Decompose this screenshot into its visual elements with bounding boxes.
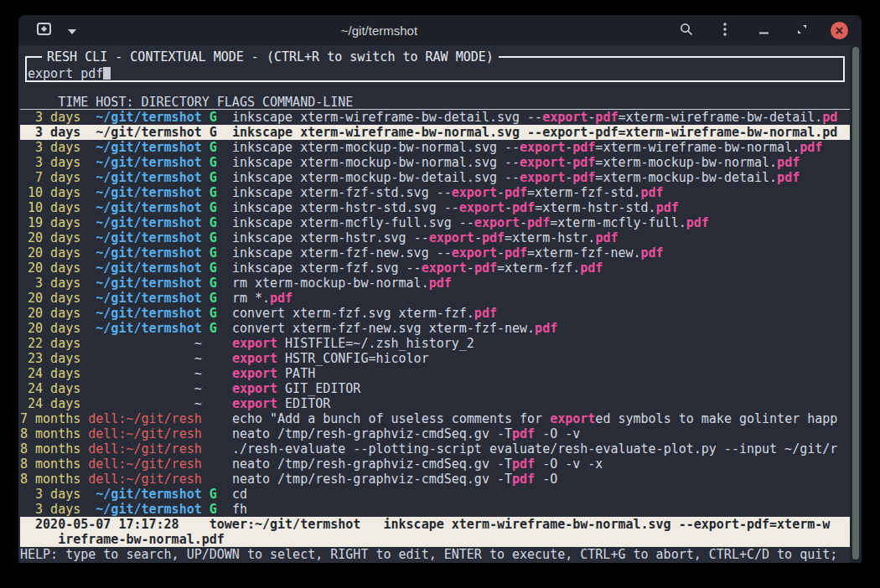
row-time: 22 days: [20, 336, 88, 351]
row-command-match: pdf: [505, 245, 527, 260]
row-time: 3 days: [20, 487, 88, 502]
row-directory: ~/git/termshot: [88, 321, 201, 336]
row-time: 23 days: [20, 351, 88, 366]
row-command-match: export: [232, 381, 277, 396]
row-flags: [202, 426, 232, 441]
row-directory: ~/git/termshot: [88, 230, 201, 245]
table-row[interactable]: 8 months dell:~/git/resh neato /tmp/resh…: [20, 456, 850, 472]
table-row[interactable]: 24 days ~ export PATH: [20, 366, 850, 381]
row-flags: G: [202, 502, 232, 517]
table-row[interactable]: 3 days ~/git/termshot G inkscape xterm-m…: [20, 140, 850, 155]
tab-list-dropdown-button[interactable]: [62, 20, 82, 40]
row-flags: [202, 366, 232, 381]
row-command-text: =xterm-fzf.: [497, 260, 580, 276]
row-command-text: -: [565, 170, 572, 185]
table-row[interactable]: 20 days ~/git/termshot G rm *.pdf: [20, 291, 850, 306]
table-row[interactable]: 3 days ~/git/termshot G fh: [20, 502, 850, 517]
row-command-match: pdf: [474, 306, 497, 321]
row-command-match: export: [474, 215, 520, 230]
row-flags: G: [202, 321, 232, 336]
row-command-text: =xterm-fzf-new.: [527, 245, 640, 260]
table-row[interactable]: 19 days ~/git/termshot G inkscape xterm-…: [20, 215, 850, 230]
row-command-text: inkscape xterm-mockup-bw-normal.svg --: [232, 140, 520, 155]
row-command-text: neato /tmp/resh-graphviz-cmdSeq.gv -T: [232, 472, 512, 487]
table-row[interactable]: 3 days ~/git/termshot G inkscape xterm-m…: [20, 155, 850, 170]
table-row[interactable]: 3 days ~/git/termshot G inkscape xterm-w…: [20, 125, 850, 140]
row-flags: [202, 411, 232, 426]
row-command-match: pdf: [641, 245, 664, 260]
table-row[interactable]: 10 days ~/git/termshot G inkscape xterm-…: [20, 200, 850, 215]
minimize-icon: [759, 24, 769, 37]
table-row[interactable]: 20 days ~/git/termshot G inkscape xterm-…: [20, 245, 850, 260]
resh-box-title: RESH CLI - CONTEXTUAL MODE - (CTRL+R to …: [42, 49, 499, 64]
row-command-text: ./resh-evaluate --plotting-script evalua…: [232, 441, 837, 456]
window-title: ~/git/termshot: [82, 23, 676, 38]
table-row[interactable]: 3 days ~/git/termshot G inkscape xterm-w…: [20, 110, 850, 125]
row-command-text: =xterm-wireframe-bw-detail.: [618, 110, 822, 125]
minimize-button[interactable]: [753, 20, 774, 40]
table-row[interactable]: 10 days ~/git/termshot G inkscape xterm-…: [20, 185, 850, 200]
row-time: 8 months: [20, 456, 88, 472]
new-tab-button[interactable]: [34, 20, 54, 40]
table-row[interactable]: 24 days ~ export EDITOR: [20, 396, 850, 411]
table-row[interactable]: 3 days ~/git/termshot G cd: [20, 487, 850, 502]
table-row[interactable]: 8 months dell:~/git/resh ./resh-evaluate…: [20, 441, 850, 456]
row-command-text: neato /tmp/resh-graphviz-cmdSeq.gv -T: [232, 426, 512, 441]
search-input[interactable]: export pdf: [28, 65, 111, 80]
table-row[interactable]: 8 months dell:~/git/resh neato /tmp/resh…: [20, 472, 850, 487]
row-command-text: echo "Add a bunch of useless comments fo…: [232, 411, 550, 426]
row-command-match: export: [232, 396, 277, 411]
row-flags: [202, 456, 232, 472]
row-flags: G: [202, 140, 232, 155]
row-command-text: -O: [535, 472, 557, 487]
row-command-match: pdf: [512, 426, 535, 441]
row-time: 20 days: [20, 306, 88, 321]
row-flags: [202, 336, 232, 351]
search-button[interactable]: [676, 20, 696, 40]
close-button[interactable]: [831, 22, 848, 39]
row-command-match: export: [542, 110, 588, 125]
row-command-match: export: [429, 230, 474, 245]
scrollbar[interactable]: [850, 45, 862, 563]
table-row[interactable]: 20 days ~/git/termshot G inkscape xterm-…: [20, 230, 850, 245]
scrollbar-thumb[interactable]: [852, 47, 859, 560]
table-row[interactable]: 7 days ~/git/termshot G inkscape xterm-m…: [20, 170, 850, 185]
restore-button[interactable]: [792, 20, 812, 40]
row-command-match: pdf: [800, 140, 822, 155]
table-row[interactable]: 22 days ~ export HISTFILE=~/.zsh_history…: [20, 336, 850, 351]
table-row[interactable]: 20 days ~/git/termshot G convert xterm-f…: [20, 321, 850, 336]
table-row[interactable]: 23 days ~ export HSTR_CONFIG=hicolor: [20, 351, 850, 366]
row-time: 24 days: [20, 396, 88, 411]
menu-button[interactable]: [715, 20, 735, 40]
row-directory: ~/git/termshot: [88, 110, 201, 125]
row-flags: [202, 351, 232, 366]
row-command-text: inkscape xterm-mcfly-full.svg --: [232, 215, 474, 230]
table-row[interactable]: 3 days ~/git/termshot G rm xterm-mockup-…: [20, 276, 850, 291]
row-command-text: -: [474, 230, 482, 245]
row-directory: dell:~/git/resh: [88, 441, 201, 456]
row-command-match: pdf: [429, 276, 452, 291]
row-command-match: export: [452, 185, 497, 200]
table-header: TIME HOST: DIRECTORY FLAGS COMMAND-LINE: [20, 95, 850, 110]
resh-search-box: RESH CLI - CONTEXTUAL MODE - (CTRL+R to …: [25, 56, 845, 82]
row-command-text: rm *.: [232, 291, 270, 306]
row-flags: [202, 396, 232, 411]
row-command-text: =xterm-mockup-bw-normal.: [595, 155, 777, 170]
row-command-text: -: [497, 245, 505, 260]
row-directory: ~/git/termshot: [88, 200, 201, 215]
row-command-match: pdf: [641, 185, 664, 200]
table-row[interactable]: 24 days ~ export GIT_EDITOR: [20, 381, 850, 396]
row-directory: ~/git/termshot: [88, 276, 201, 291]
titlebar: ~/git/termshot: [18, 15, 862, 45]
row-command-text: inkscape xterm-hstr-std.svg --: [232, 200, 459, 215]
row-time: 20 days: [20, 260, 88, 276]
row-command-text: -: [565, 140, 572, 155]
table-row[interactable]: 20 days ~/git/termshot G convert xterm-f…: [20, 306, 850, 321]
row-command-match: pd: [822, 110, 837, 125]
table-row[interactable]: 20 days ~/git/termshot G inkscape xterm-…: [20, 260, 850, 276]
row-command-text: =xterm-hstr-std.: [535, 200, 656, 215]
table-row[interactable]: 7 months dell:~/git/resh echo "Add a bun…: [20, 411, 850, 426]
row-command-match: pdf: [474, 260, 497, 276]
table-row[interactable]: 8 months dell:~/git/resh neato /tmp/resh…: [20, 426, 850, 441]
row-time: 3 days: [20, 276, 88, 291]
